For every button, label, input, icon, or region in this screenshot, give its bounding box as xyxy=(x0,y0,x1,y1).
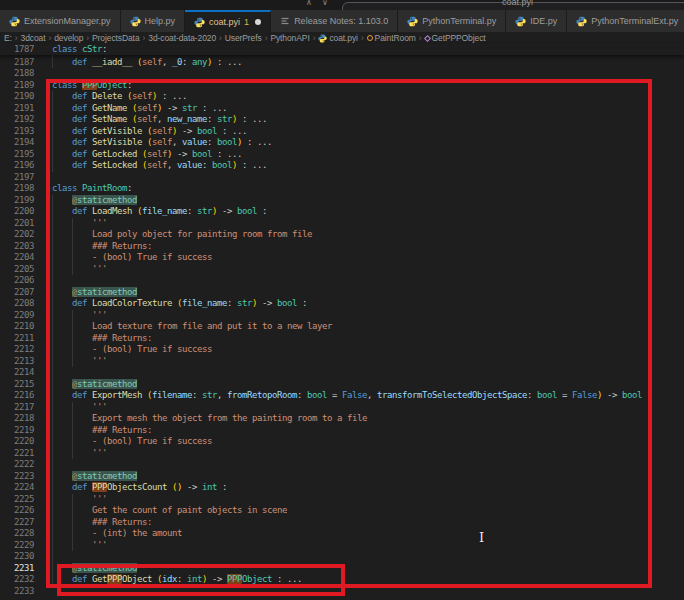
breadcrumb-item-projectsdata[interactable]: ProjectsData xyxy=(92,33,139,43)
breadcrumb-item-paintroom[interactable]: PaintRoom xyxy=(367,33,416,43)
code-line-2194[interactable]: 2194 def SetVisible (self, value: bool) … xyxy=(0,137,684,149)
line-number[interactable]: 2228 xyxy=(0,528,34,540)
line-number[interactable]: 2231 xyxy=(0,563,34,575)
code-line-2199[interactable]: 2199 @staticmethod xyxy=(0,195,684,207)
line-number[interactable]: 2188 xyxy=(0,68,34,80)
code-line-2216[interactable]: 2216 def ExportMesh (filename: str, from… xyxy=(0,390,684,402)
unsaved-dot-icon[interactable] xyxy=(255,19,261,25)
tab-release-notes-1-103-0[interactable]: Release Notes: 1.103.0 xyxy=(271,10,398,32)
line-number[interactable]: 2224 xyxy=(0,482,34,494)
line-number[interactable]: 2202 xyxy=(0,229,34,241)
breadcrumb-item-develop[interactable]: develop xyxy=(54,33,83,43)
line-number[interactable]: 2200 xyxy=(0,206,34,218)
line-number[interactable]: 2189 xyxy=(0,80,34,92)
code-line-2217[interactable]: 2217 ''' xyxy=(0,402,684,414)
line-number[interactable]: 2193 xyxy=(0,126,34,138)
code-line-2226[interactable]: 2226 Get the count of paint objects in s… xyxy=(0,505,684,517)
line-number[interactable]: 2206 xyxy=(0,275,34,287)
code-line-2218[interactable]: 2218 Export mesh the object from the pai… xyxy=(0,413,684,425)
code-line-2221[interactable]: 2221 ''' xyxy=(0,448,684,460)
line-number[interactable]: 2199 xyxy=(0,195,34,207)
line-number[interactable]: 2217 xyxy=(0,402,34,414)
code-editor[interactable]: 2186 def __add__ (self, _0: any) : ...21… xyxy=(0,44,684,600)
code-line-2197[interactable]: 2197 xyxy=(0,172,684,184)
code-line-2211[interactable]: 2211 ### Returns: xyxy=(0,333,684,345)
code-line-2222[interactable]: 2222 xyxy=(0,459,684,471)
tab-coat-pyi[interactable]: coat.pyi1 xyxy=(185,10,271,32)
line-number[interactable]: 2207 xyxy=(0,287,34,299)
code-line-2196[interactable]: 2196 def SetLocked (self, value: bool) :… xyxy=(0,160,684,172)
line-number[interactable]: 2210 xyxy=(0,321,34,333)
code-line-2200[interactable]: 2200 def LoadMesh (file_name: str) -> bo… xyxy=(0,206,684,218)
line-number[interactable]: 2195 xyxy=(0,149,34,161)
tab-help-py[interactable]: Help.py xyxy=(121,10,186,32)
line-number[interactable]: 2187 xyxy=(0,57,34,69)
code-line-2220[interactable]: 2220 - (bool) True if success xyxy=(0,436,684,448)
line-number[interactable]: 2226 xyxy=(0,505,34,517)
code-line-2228[interactable]: 2228 - (int) the amount xyxy=(0,528,684,540)
sticky-scroll-header[interactable]: 1787class cStr: xyxy=(0,44,684,55)
breadcrumb-item-userprefs[interactable]: UserPrefs xyxy=(225,33,262,43)
breadcrumb-item-coat-pyi[interactable]: coat.pyi xyxy=(318,33,358,43)
code-line-2231[interactable]: 2231 @staticmethod xyxy=(0,563,684,575)
line-number[interactable]: 2201 xyxy=(0,218,34,230)
line-number[interactable]: 2203 xyxy=(0,241,34,253)
code-line-2210[interactable]: 2210 Load texture from file and put it t… xyxy=(0,321,684,333)
code-line-2190[interactable]: 2190 def Delete (self) : ... xyxy=(0,91,684,103)
code-line-2193[interactable]: 2193 def GetVisible (self) -> bool : ... xyxy=(0,126,684,138)
code-line-2189[interactable]: 2189class PPPObject: xyxy=(0,80,684,92)
code-line-2208[interactable]: 2208 def LoadColorTexture (file_name: st… xyxy=(0,298,684,310)
code-line-2224[interactable]: 2224 def PPPObjectsCount () -> int : xyxy=(0,482,684,494)
line-number[interactable]: 2205 xyxy=(0,264,34,276)
code-line-2206[interactable]: 2206 xyxy=(0,275,684,287)
line-number[interactable]: 2212 xyxy=(0,344,34,356)
line-number[interactable]: 2198 xyxy=(0,183,34,195)
code-line-2203[interactable]: 2203 ### Returns: xyxy=(0,241,684,253)
line-number[interactable]: 2194 xyxy=(0,137,34,149)
tab-pythonterminal-py[interactable]: PythonTerminal.py xyxy=(398,10,506,32)
line-number[interactable]: 2216 xyxy=(0,390,34,402)
code-line-2204[interactable]: 2204 - (bool) True if success xyxy=(0,252,684,264)
line-number[interactable]: 2208 xyxy=(0,298,34,310)
breadcrumb-item-pythonapi[interactable]: PythonAPI xyxy=(270,33,309,43)
line-number[interactable]: 2225 xyxy=(0,494,34,506)
code-line-2233[interactable]: 2233 xyxy=(0,586,684,598)
line-number[interactable]: 2227 xyxy=(0,517,34,529)
code-line-2214[interactable]: 2214 xyxy=(0,367,684,379)
line-number[interactable]: 2229 xyxy=(0,540,34,552)
line-number[interactable]: 2222 xyxy=(0,459,34,471)
breadcrumb-item-e[interactable]: E: xyxy=(4,33,12,43)
tab-extensionmanager-py[interactable]: ExtensionManager.py xyxy=(0,10,121,32)
code-line-2187[interactable]: 2187 def __iadd__ (self, _0: any) : ... xyxy=(0,57,684,69)
line-number[interactable]: 2190 xyxy=(0,91,34,103)
code-line-2230[interactable]: 2230 xyxy=(0,551,684,563)
line-number[interactable]: 2211 xyxy=(0,333,34,345)
code-line-2192[interactable]: 2192 def SetName (self, new_name: str) :… xyxy=(0,114,684,126)
line-number[interactable]: 2220 xyxy=(0,436,34,448)
line-number[interactable]: 2197 xyxy=(0,172,34,184)
line-number[interactable]: 2215 xyxy=(0,379,34,391)
code-line-2229[interactable]: 2229 ''' xyxy=(0,540,684,552)
line-number[interactable]: 2191 xyxy=(0,103,34,115)
line-number[interactable]: 2204 xyxy=(0,252,34,264)
breadcrumb-item-getpppobject[interactable]: GetPPPObject xyxy=(425,33,486,43)
code-line-2212[interactable]: 2212 - (bool) True if success xyxy=(0,344,684,356)
line-number[interactable]: 2230 xyxy=(0,551,34,563)
line-number[interactable]: 2233 xyxy=(0,586,34,598)
breadcrumb-item-3dcoat[interactable]: 3dcoat xyxy=(21,33,46,43)
line-number[interactable]: 2218 xyxy=(0,413,34,425)
code-line-2219[interactable]: 2219 ### Returns: xyxy=(0,425,684,437)
code-line-2201[interactable]: 2201 ''' xyxy=(0,218,684,230)
line-number[interactable]: 2223 xyxy=(0,471,34,483)
line-number[interactable]: 2214 xyxy=(0,367,34,379)
code-line-2215[interactable]: 2215 @staticmethod xyxy=(0,379,684,391)
code-line-2195[interactable]: 2195 def GetLocked (self) -> bool : ... xyxy=(0,149,684,161)
code-line-2227[interactable]: 2227 ### Returns: xyxy=(0,517,684,529)
code-line-2205[interactable]: 2205 ''' xyxy=(0,264,684,276)
code-line-2209[interactable]: 2209 ''' xyxy=(0,310,684,322)
code-line-2232[interactable]: 2232 def GetPPPObject (idx: int) -> PPPO… xyxy=(0,574,684,586)
code-line-2198[interactable]: 2198class PaintRoom: xyxy=(0,183,684,195)
code-line-2207[interactable]: 2207 @staticmethod xyxy=(0,287,684,299)
line-number[interactable]: 2232 xyxy=(0,574,34,586)
line-number[interactable]: 2221 xyxy=(0,448,34,460)
